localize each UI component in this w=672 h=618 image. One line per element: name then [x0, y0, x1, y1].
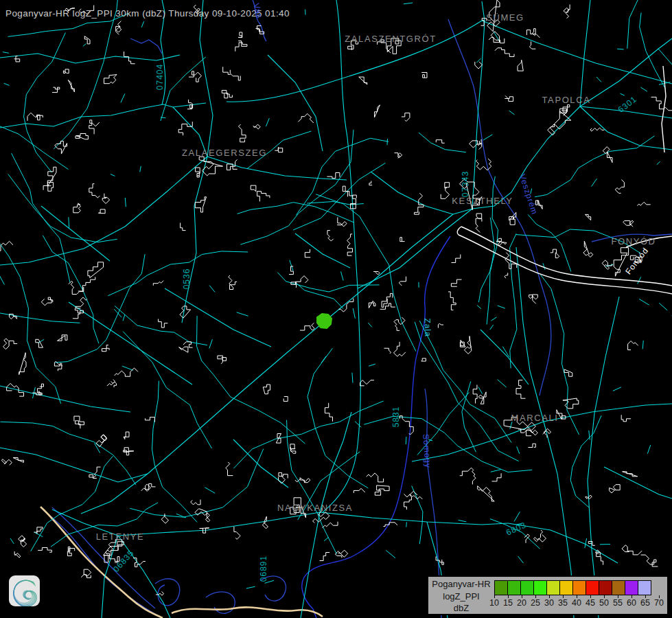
- road-number-label: 06891: [259, 556, 268, 582]
- city-label: SÜMEG: [486, 12, 524, 23]
- radar-map-view: Poganyvar-HR logZ_PPI 30km (dbZ) Thursda…: [0, 0, 672, 618]
- city-label: NAGYKANIZSA: [277, 503, 353, 513]
- city-label: ZALAEGERSZEG: [182, 148, 267, 158]
- legend-panel: Poganyvar-HR logZ_PPI dbZ 10152025303540…: [427, 575, 669, 615]
- legend-cell: [625, 580, 638, 595]
- road-number-label: 0536: [182, 268, 192, 290]
- legend-tick-label: 55: [613, 598, 623, 608]
- spiral-swirl-icon: [9, 575, 40, 606]
- radar-product-title: Poganyvar-HR logZ_PPI 30km (dbZ) Thursda…: [5, 8, 290, 19]
- legend-tick-label: 15: [503, 598, 513, 608]
- legend-title: Poganyvar-HR logZ_PPI dbZ: [430, 578, 493, 615]
- legend-tick-label: 25: [531, 598, 540, 608]
- city-label: ZALASZENTGRÓT: [345, 34, 436, 44]
- map-canvas: [0, 0, 672, 618]
- legend-cell: [546, 580, 560, 595]
- legend-product-name: logZ_PPI: [430, 591, 493, 603]
- road-number-label: 5831: [391, 407, 401, 428]
- legend-station-name: Poganyvar-HR: [430, 578, 493, 591]
- country-border-layer: [40, 507, 323, 618]
- legend-cell: [494, 580, 508, 595]
- legend-unit: dbZ: [430, 602, 493, 615]
- legend-tick-label: 30: [544, 598, 554, 608]
- legend-cell: [559, 580, 573, 595]
- legend-tick-label: 60: [627, 598, 636, 608]
- city-label: MARCALI: [511, 413, 559, 423]
- legend-tick-label: 10: [489, 598, 499, 608]
- legend-tick-label: 45: [586, 598, 595, 608]
- legend-tick-label: 20: [517, 598, 526, 608]
- radar-echo: [317, 314, 332, 328]
- rivers-boundaries-layer: [43, 0, 672, 618]
- radar-echo-layer: [317, 314, 332, 328]
- legend-cell: [533, 580, 547, 595]
- legend-cell: [599, 580, 612, 595]
- legend-tick-label: 35: [558, 598, 568, 608]
- county-label: Zala: [423, 318, 433, 337]
- legend-cell: [507, 580, 521, 595]
- legend-cell: [520, 580, 534, 595]
- legend-tick-label: 50: [599, 598, 609, 608]
- legend-cell: [586, 580, 599, 595]
- legend-tick-label: 70: [654, 598, 664, 608]
- road-number-label: 07343: [461, 171, 470, 197]
- city-label: TAPOLCA: [542, 95, 591, 105]
- legend-cell: [612, 580, 625, 595]
- legend-cell: [638, 580, 651, 595]
- legend-tick-label: 65: [640, 598, 650, 608]
- legend-cell: [572, 580, 586, 595]
- city-label: FONYÓD: [611, 236, 656, 247]
- legend-tick-label: 40: [572, 598, 581, 608]
- road-number-label: 07404: [155, 64, 165, 90]
- city-label: LETENYE: [96, 531, 144, 542]
- met-logo: [9, 575, 40, 606]
- legend-scale: 10152025303540455055606570: [494, 580, 663, 613]
